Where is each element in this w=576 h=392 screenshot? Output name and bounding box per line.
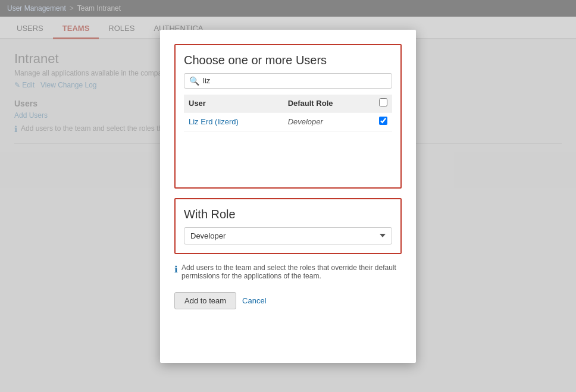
- with-role-title: With Role: [184, 208, 392, 221]
- role-select[interactable]: Developer Viewer Editor Admin: [184, 227, 392, 244]
- select-all-checkbox[interactable]: [379, 98, 387, 106]
- search-icon: 🔍: [189, 76, 199, 86]
- col-header-role: Default Role: [283, 95, 374, 112]
- add-to-team-button[interactable]: Add to team: [174, 292, 236, 309]
- modal-info-text: Add users to the team and select the rol…: [181, 264, 402, 280]
- user-checkbox[interactable]: [379, 117, 387, 125]
- modal-dialog: Choose one or more Users 🔍 User Default …: [160, 30, 416, 363]
- user-name-cell: Liz Erd (lizerd): [184, 112, 283, 131]
- with-role-section: With Role Developer Viewer Editor Admin: [174, 198, 402, 254]
- users-table: User Default Role Liz Erd (lizerd) Devel…: [184, 95, 392, 131]
- table-row: Liz Erd (lizerd) Developer: [184, 112, 392, 131]
- search-box[interactable]: 🔍: [184, 73, 392, 89]
- empty-results-area: [184, 131, 392, 179]
- table-header-row: User Default Role: [184, 95, 392, 112]
- col-header-check: [374, 95, 392, 112]
- cancel-button[interactable]: Cancel: [242, 293, 266, 309]
- search-input[interactable]: [203, 76, 387, 85]
- modal-overlay: Choose one or more Users 🔍 User Default …: [0, 0, 576, 392]
- modal-info-box: ℹ Add users to the team and select the r…: [174, 264, 402, 280]
- col-header-user: User: [184, 95, 283, 112]
- choose-users-title: Choose one or more Users: [184, 54, 392, 67]
- choose-users-section: Choose one or more Users 🔍 User Default …: [174, 44, 402, 189]
- modal-info-icon: ℹ: [174, 264, 178, 275]
- user-checkbox-cell[interactable]: [374, 112, 392, 131]
- modal-actions: Add to team Cancel: [174, 292, 402, 309]
- user-role-cell: Developer: [283, 112, 374, 131]
